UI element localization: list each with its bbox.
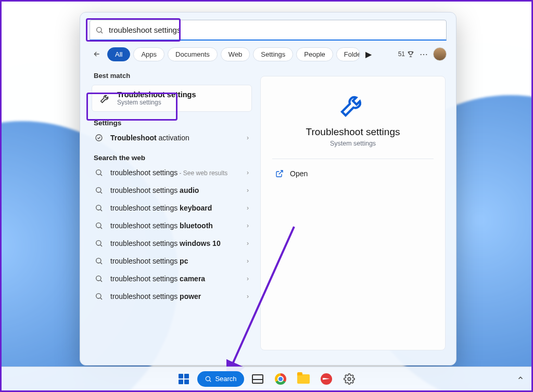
chevron-right-icon: › bbox=[247, 257, 249, 265]
windows-logo-icon bbox=[179, 374, 189, 384]
filter-tab-apps[interactable]: Apps bbox=[133, 47, 164, 61]
detail-pane: Troubleshoot settings System settings Op… bbox=[260, 76, 446, 350]
result-text: troubleshoot settings audio bbox=[110, 186, 239, 194]
rewards-count: 51 bbox=[398, 50, 405, 58]
trophy-icon bbox=[407, 50, 414, 58]
chevron-right-icon: › bbox=[247, 204, 249, 212]
filter-tab-folders[interactable]: Folde bbox=[336, 47, 360, 61]
svg-line-1 bbox=[101, 32, 103, 33]
web-result[interactable]: troubleshoot settings camera › bbox=[92, 270, 252, 288]
svg-point-5 bbox=[96, 188, 101, 192]
best-match-result[interactable]: Troubleshoot settings System settings bbox=[92, 85, 252, 112]
best-match-title: Troubleshoot settings bbox=[117, 90, 196, 99]
result-text: troubleshoot settings pc bbox=[110, 257, 239, 265]
taskbar-search-button[interactable]: Search bbox=[197, 371, 244, 387]
svg-line-16 bbox=[100, 280, 102, 282]
search-icon bbox=[95, 275, 103, 283]
web-result[interactable]: troubleshoot settings windows 10 › bbox=[92, 234, 252, 252]
web-result[interactable]: troubleshoot settings - See web results … bbox=[92, 164, 252, 181]
file-explorer-app[interactable] bbox=[294, 370, 313, 388]
svg-line-12 bbox=[100, 245, 102, 246]
user-avatar[interactable] bbox=[433, 47, 447, 61]
wrench-icon bbox=[338, 90, 367, 119]
web-result[interactable]: troubleshoot settings bluetooth › bbox=[92, 217, 252, 234]
filter-tab-documents[interactable]: Documents bbox=[168, 47, 218, 61]
back-button[interactable] bbox=[90, 47, 104, 61]
search-icon bbox=[95, 257, 103, 265]
svg-line-6 bbox=[100, 192, 102, 193]
svg-point-17 bbox=[96, 294, 101, 298]
svg-point-11 bbox=[96, 241, 101, 245]
divider bbox=[272, 159, 434, 159]
section-web: Search the web bbox=[94, 154, 252, 162]
best-match-subtitle: System settings bbox=[117, 99, 196, 106]
filter-row: All Apps Documents Web Settings People F… bbox=[80, 41, 456, 66]
search-icon bbox=[205, 375, 212, 383]
web-result[interactable]: troubleshoot settings power › bbox=[92, 288, 252, 305]
result-text: Troubleshoot activation bbox=[110, 134, 239, 142]
result-text: troubleshoot settings camera bbox=[110, 275, 239, 283]
svg-line-4 bbox=[100, 174, 102, 176]
chevron-right-icon: › bbox=[247, 293, 249, 300]
web-result[interactable]: troubleshoot settings audio › bbox=[92, 181, 252, 199]
search-icon bbox=[95, 204, 103, 212]
detail-title: Troubleshoot settings bbox=[274, 126, 432, 138]
gear-icon bbox=[344, 373, 355, 385]
filter-tab-settings[interactable]: Settings bbox=[253, 47, 293, 61]
start-button[interactable] bbox=[174, 370, 193, 388]
svg-point-7 bbox=[96, 205, 101, 210]
svg-line-10 bbox=[100, 227, 102, 229]
taskbar-search-label: Search bbox=[215, 375, 236, 383]
svg-point-15 bbox=[96, 276, 101, 281]
settings-app[interactable] bbox=[340, 370, 359, 388]
filter-tab-people[interactable]: People bbox=[296, 47, 333, 61]
web-result[interactable]: troubleshoot settings keyboard › bbox=[92, 199, 252, 217]
pinned-app[interactable] bbox=[317, 370, 336, 388]
svg-point-22 bbox=[348, 377, 351, 381]
wrench-icon bbox=[99, 93, 111, 104]
result-text: troubleshoot settings keyboard bbox=[110, 204, 239, 212]
rewards-points[interactable]: 51 bbox=[398, 50, 414, 58]
start-search-panel: All Apps Documents Web Settings People F… bbox=[80, 12, 456, 365]
section-settings: Settings bbox=[94, 119, 252, 127]
results-column: Best match Troubleshoot settings System … bbox=[80, 66, 257, 361]
web-result[interactable]: troubleshoot settings pc › bbox=[92, 252, 252, 270]
search-icon bbox=[95, 26, 104, 34]
open-action[interactable]: Open bbox=[274, 165, 432, 182]
svg-line-21 bbox=[210, 380, 211, 382]
more-options-button[interactable]: ⋯ bbox=[417, 48, 430, 60]
svg-line-18 bbox=[100, 298, 102, 299]
svg-point-13 bbox=[96, 258, 101, 263]
chrome-icon bbox=[275, 373, 286, 385]
chrome-app[interactable] bbox=[271, 370, 290, 388]
open-link-icon bbox=[275, 169, 284, 178]
task-view-button[interactable] bbox=[248, 370, 267, 388]
check-circle-icon bbox=[95, 134, 103, 142]
filter-tab-all[interactable]: All bbox=[107, 47, 130, 61]
svg-point-20 bbox=[206, 376, 210, 381]
filter-tab-web[interactable]: Web bbox=[221, 47, 250, 61]
svg-line-8 bbox=[100, 210, 102, 211]
task-view-icon bbox=[252, 374, 263, 384]
result-text: troubleshoot settings - See web results bbox=[110, 168, 239, 177]
tray-chevron-up-icon[interactable] bbox=[517, 374, 524, 384]
search-icon bbox=[95, 221, 103, 230]
section-best-match: Best match bbox=[94, 72, 252, 80]
scroll-more-icon[interactable]: ▶ bbox=[363, 49, 374, 59]
search-icon bbox=[95, 186, 103, 194]
result-text: troubleshoot settings bluetooth bbox=[110, 221, 239, 230]
svg-point-2 bbox=[96, 135, 102, 141]
result-text: troubleshoot settings power bbox=[110, 292, 239, 300]
svg-line-14 bbox=[100, 263, 102, 264]
taskbar: Search bbox=[2, 367, 531, 390]
chevron-right-icon: › bbox=[247, 187, 249, 194]
search-icon bbox=[95, 239, 103, 247]
app-icon bbox=[321, 373, 332, 385]
search-input[interactable] bbox=[109, 25, 441, 34]
settings-result[interactable]: Troubleshoot activation › bbox=[92, 129, 252, 147]
chevron-right-icon: › bbox=[247, 134, 249, 141]
detail-subtitle: System settings bbox=[274, 140, 432, 147]
search-bar[interactable] bbox=[90, 20, 447, 41]
chevron-right-icon: › bbox=[247, 169, 249, 176]
search-icon bbox=[95, 168, 103, 177]
